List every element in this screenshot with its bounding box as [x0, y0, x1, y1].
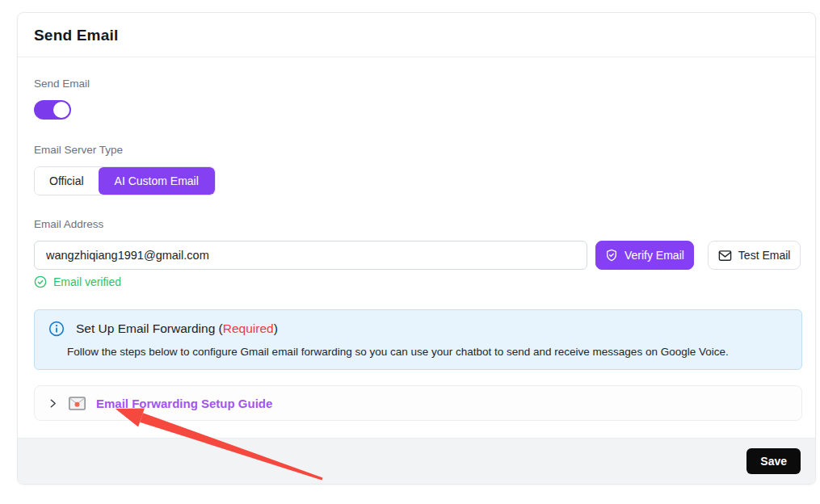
card-header: Send Email	[18, 13, 815, 57]
email-row: Verify Email Test Email	[34, 241, 801, 270]
info-title-row: Set Up Email Forwarding (Required)	[48, 321, 788, 337]
chevron-right-icon	[48, 398, 58, 409]
email-address-label: Email Address	[34, 218, 801, 230]
save-button[interactable]: Save	[746, 448, 801, 474]
send-email-toggle-label: Send Email	[34, 78, 801, 90]
card-footer: Save	[18, 438, 815, 484]
email-server-type-segmented: Official AI Custom Email	[34, 166, 216, 195]
email-verified-text: Email verified	[53, 275, 121, 288]
required-text: Required	[223, 321, 274, 335]
send-email-toggle[interactable]	[34, 100, 71, 120]
email-address-input[interactable]	[34, 241, 587, 270]
page-title: Send Email	[34, 27, 799, 44]
toggle-knob	[53, 102, 69, 118]
email-verified-status: Email verified	[34, 275, 801, 288]
server-type-ai-custom-email-button[interactable]: AI Custom Email	[99, 167, 215, 195]
test-email-label: Test Email	[738, 249, 791, 262]
info-body-text: Follow the steps below to configure Gmai…	[67, 346, 788, 358]
send-email-card: Send Email Send Email Email Server Type …	[17, 12, 816, 485]
card-body: Send Email Email Server Type Official AI…	[18, 57, 815, 421]
check-circle-icon	[34, 275, 47, 288]
email-server-type-label: Email Server Type	[34, 144, 801, 156]
email-forwarding-info-box: Set Up Email Forwarding (Required) Follo…	[34, 309, 802, 370]
shield-check-icon	[605, 249, 618, 262]
verify-email-button[interactable]: Verify Email	[595, 241, 695, 270]
email-envelope-icon	[69, 397, 86, 410]
email-forwarding-guide-accordion[interactable]: Email Forwarding Setup Guide	[34, 385, 802, 421]
info-circle-icon	[48, 321, 65, 337]
info-title: Set Up Email Forwarding (Required)	[76, 321, 278, 336]
verify-email-label: Verify Email	[624, 249, 684, 262]
guide-title-link[interactable]: Email Forwarding Setup Guide	[96, 397, 272, 410]
envelope-icon	[718, 250, 732, 262]
server-type-official-button[interactable]: Official	[35, 167, 99, 195]
test-email-button[interactable]: Test Email	[708, 241, 801, 270]
